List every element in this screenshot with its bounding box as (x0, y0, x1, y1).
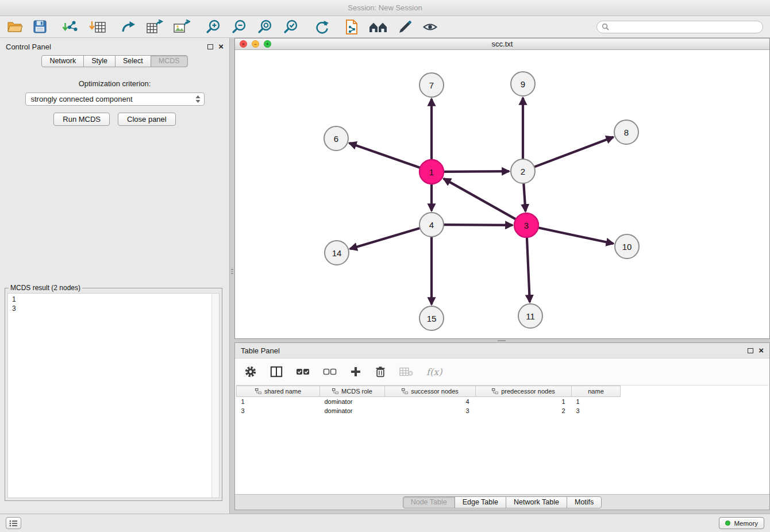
graph-node-14[interactable]: 14 (325, 241, 349, 265)
table-row[interactable]: 3dominator323 (237, 406, 621, 415)
close-panel-button[interactable]: Close panel (118, 113, 176, 126)
network-canvas[interactable]: 1234678910111415 (235, 51, 769, 338)
control-panel-title: Control Panel (6, 43, 51, 51)
run-mcds-button[interactable]: Run MCDS (53, 113, 110, 126)
network-window-titlebar[interactable]: × − + scc.txt (235, 38, 769, 50)
result-item[interactable]: 1 (12, 295, 219, 304)
tab-network[interactable]: Network (41, 55, 84, 67)
unselect-all-icon[interactable] (323, 363, 337, 381)
tab-select[interactable]: Select (115, 55, 151, 67)
table-cell[interactable]: dominator (320, 406, 385, 415)
graph-node-11[interactable]: 11 (518, 304, 542, 328)
graph-edge-1-2[interactable] (444, 171, 509, 172)
graph-edge-3-11[interactable] (527, 237, 530, 302)
table-cell[interactable]: 3 (385, 406, 476, 415)
tab-style[interactable]: Style (83, 55, 116, 67)
graph-edge-3-10[interactable] (538, 228, 614, 244)
graph-node-4[interactable]: 4 (419, 213, 444, 237)
svg-text:8: 8 (624, 128, 629, 137)
open-session-icon[interactable] (7, 18, 23, 36)
import-table-icon[interactable] (89, 18, 106, 36)
apply-style-icon[interactable] (398, 18, 413, 36)
search-input[interactable] (612, 23, 758, 31)
graph-node-8[interactable]: 8 (614, 120, 638, 144)
graph-node-7[interactable]: 7 (419, 73, 444, 97)
mcds-result-list[interactable]: 1 3 (7, 293, 220, 498)
column-header-successor-nodes[interactable]: successor nodes (385, 386, 476, 397)
graph-edge-2-8[interactable] (534, 137, 614, 167)
graph-edge-2-3[interactable] (523, 183, 525, 211)
table-cell[interactable]: 1 (572, 397, 621, 406)
zoom-in-icon[interactable] (205, 18, 221, 36)
add-row-icon[interactable] (350, 363, 361, 381)
close-table-panel-icon[interactable]: × (759, 348, 764, 353)
column-header-name[interactable]: name (572, 386, 621, 397)
app-titlebar: Session: New Session (0, 0, 770, 16)
tab-edge-table[interactable]: Edge Table (455, 496, 506, 508)
attribute-icon (332, 388, 338, 394)
maximize-window-icon[interactable]: + (264, 40, 271, 48)
optimization-criterion-label: Optimization criterion: (0, 79, 229, 88)
graph-edge-4-14[interactable] (350, 228, 420, 249)
tab-node-table[interactable]: Node Table (403, 496, 455, 508)
table-cell[interactable]: 1 (476, 397, 572, 406)
table-cell[interactable]: 1 (237, 397, 320, 406)
graph-node-10[interactable]: 10 (615, 234, 639, 259)
first-neighbors-icon[interactable] (368, 18, 388, 36)
close-panel-icon[interactable]: × (218, 44, 224, 49)
result-item[interactable]: 3 (12, 304, 219, 313)
table-cell[interactable]: 3 (237, 406, 320, 415)
column-header-shared-name[interactable]: shared name (237, 386, 320, 397)
show-columns-icon[interactable] (270, 363, 283, 381)
graph-node-6[interactable]: 6 (324, 126, 348, 151)
table-cell[interactable]: 4 (385, 397, 476, 406)
graph-node-1[interactable]: 1 (419, 160, 444, 184)
table-row[interactable]: 1dominator411 (237, 397, 621, 406)
export-network-icon[interactable] (121, 18, 136, 36)
graph-edge-4-3[interactable] (444, 225, 513, 225)
close-window-icon[interactable]: × (240, 40, 247, 48)
graph-node-3[interactable]: 3 (514, 213, 538, 237)
criterion-select[interactable]: strongly connected component (25, 92, 205, 106)
zoom-out-icon[interactable] (231, 18, 247, 36)
open-document-icon[interactable] (345, 18, 359, 36)
memory-button[interactable]: Memory (719, 517, 764, 529)
import-network-icon[interactable] (62, 18, 79, 36)
tab-network-table[interactable]: Network Table (506, 496, 567, 508)
graph-node-9[interactable]: 9 (511, 72, 535, 96)
tab-motifs[interactable]: Motifs (567, 496, 602, 508)
table-cell[interactable]: 3 (572, 406, 621, 415)
zoom-selected-icon[interactable] (283, 18, 299, 36)
table-cell[interactable]: dominator (320, 397, 385, 406)
graph-node-15[interactable]: 15 (419, 306, 444, 330)
memory-status-dot (725, 521, 730, 526)
show-hide-icon[interactable] (422, 18, 438, 36)
save-session-icon[interactable] (33, 18, 47, 36)
export-image-icon[interactable] (173, 18, 190, 36)
float-panel-icon[interactable] (207, 44, 213, 49)
column-header-mcds-role[interactable]: MCDS role (320, 386, 385, 397)
search-box[interactable] (596, 21, 763, 33)
control-panel: Control Panel × Network Style Select MCD… (0, 38, 230, 514)
tab-mcds[interactable]: MCDS (151, 55, 188, 67)
table-cell[interactable]: 2 (476, 406, 572, 415)
vertical-splitter[interactable] (230, 38, 234, 514)
float-table-panel-icon[interactable] (748, 348, 753, 353)
zoom-fit-icon[interactable] (257, 18, 273, 36)
mcds-result-title: MCDS result (2 nodes) (9, 284, 82, 292)
delete-table-icon (399, 363, 413, 381)
graph-node-2[interactable]: 2 (511, 159, 535, 183)
mcds-panel-content: Optimization criterion: strongly connect… (0, 68, 229, 126)
delete-rows-icon[interactable] (375, 363, 386, 381)
select-all-icon[interactable] (296, 363, 310, 381)
export-table-icon[interactable] (146, 18, 163, 36)
table-panel-tab-strip: Node Table Edge Table Network Table Moti… (235, 495, 769, 510)
settings-gear-icon[interactable] (244, 363, 257, 381)
panel-menu-button[interactable] (6, 517, 21, 529)
refresh-icon[interactable] (314, 18, 330, 36)
minimize-window-icon[interactable]: − (252, 40, 259, 48)
column-header-predecessor-nodes[interactable]: predecessor nodes (476, 386, 572, 397)
graph-edge-1-6[interactable] (349, 143, 421, 168)
result-scrollbar[interactable] (211, 294, 219, 498)
graph-edge-3-1[interactable] (444, 179, 516, 219)
